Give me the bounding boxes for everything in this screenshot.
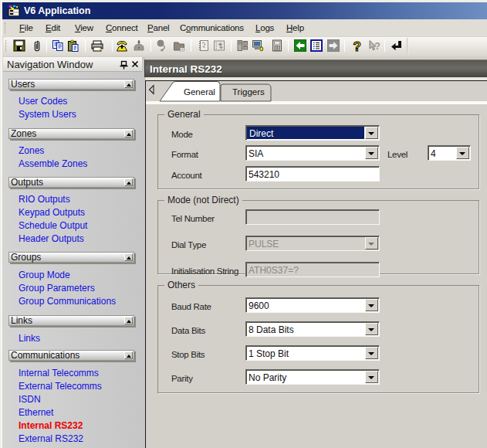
svg-text:?: ?	[374, 40, 380, 52]
svg-text:?: ?	[353, 39, 361, 52]
svg-text:Triggers: Triggers	[232, 87, 265, 97]
svg-text:General: General	[184, 87, 215, 97]
